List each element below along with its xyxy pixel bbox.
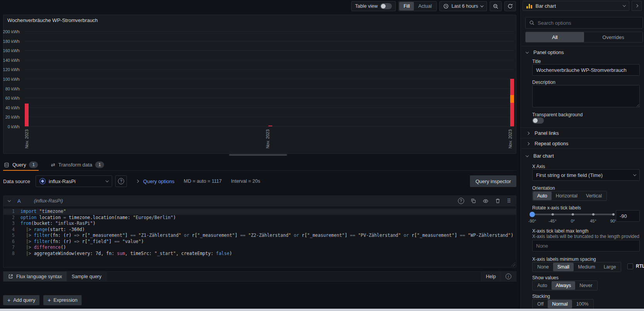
slider-tick-label: 0° — [571, 219, 575, 223]
datasource-picker[interactable]: influx-RasPi — [36, 175, 112, 187]
show-values-option-never[interactable]: Never — [575, 281, 596, 290]
time-range-picker[interactable]: Last 6 hours — [439, 1, 487, 11]
transform-count-badge: 1 — [95, 161, 104, 168]
drag-handle-icon[interactable]: ⠿ — [507, 198, 511, 204]
rtl-checkbox[interactable] — [627, 263, 633, 269]
code-text: option location = timezone.location(name… — [20, 215, 176, 221]
transparent-background-toggle[interactable] — [532, 117, 544, 124]
interval-meta: Interval = 20s — [231, 178, 260, 184]
title-label: Title — [532, 59, 541, 64]
bar[interactable] — [268, 31, 272, 126]
stacking-option-off[interactable]: Off — [533, 300, 548, 308]
code-line-5[interactable]: 5 |> filter(fn: (r) => r["_measurement"]… — [3, 233, 516, 239]
divider — [521, 148, 644, 149]
panel-resize-handle[interactable] — [229, 154, 287, 156]
slider-dot[interactable] — [612, 213, 615, 216]
query-datasource-hint: (influx-RasPi) — [34, 198, 63, 204]
help-button[interactable]: Help — [481, 272, 501, 281]
collapse-options-pane-button[interactable] — [632, 1, 642, 11]
tab-query[interactable]: Query 1 — [3, 159, 39, 170]
line-number: 7 — [3, 245, 20, 251]
datasource-help-button[interactable]: ? — [115, 175, 127, 187]
slider-tick-label: -45° — [548, 219, 556, 223]
y-tick-label: 20 kWh — [5, 115, 20, 119]
flux-code-editor[interactable]: 1import "timezone"2option location = tim… — [3, 206, 516, 267]
code-line-2[interactable]: 2option location = timezone.location(nam… — [3, 215, 516, 221]
visualization-label: Bar chart — [536, 3, 556, 9]
slider-dot[interactable] — [552, 213, 554, 216]
description-textarea[interactable] — [532, 85, 640, 107]
trash-icon[interactable] — [495, 198, 501, 204]
footer-spacer — [106, 272, 481, 281]
code-line-1[interactable]: 1import "timezone" — [3, 209, 516, 215]
bar-chart-options-section[interactable]: Bar chart — [526, 153, 554, 159]
panel-title-input[interactable] — [532, 64, 640, 76]
slider-handle[interactable] — [530, 212, 535, 217]
view-mode-option-actual[interactable]: Actual — [414, 2, 436, 10]
code-text: |> difference() — [20, 245, 66, 251]
options-filter-option-all[interactable]: All — [526, 32, 584, 42]
show-values-option-always[interactable]: Always — [552, 281, 576, 290]
expression-button[interactable]: + Expression — [43, 295, 82, 305]
flux-syntax-link[interactable]: Flux language syntax — [3, 272, 67, 281]
plus-icon: + — [48, 297, 51, 303]
bar[interactable] — [25, 31, 29, 126]
search-icon — [529, 20, 535, 25]
repeat-options-section[interactable]: Repeat options — [527, 141, 568, 146]
add-query-button[interactable]: + Add query — [3, 295, 39, 305]
slider-dot[interactable] — [572, 213, 574, 216]
visualization-picker[interactable]: Bar chart — [523, 1, 629, 11]
options-search-input[interactable] — [538, 20, 639, 26]
tab-transform-data[interactable]: ⇄ Transform data 1 — [50, 159, 105, 170]
query-options-link[interactable]: Query options — [143, 178, 174, 184]
help-icon[interactable]: ? — [458, 198, 464, 204]
zoom-out-button[interactable] — [490, 1, 502, 11]
table-view-group: Table view — [351, 1, 396, 11]
show-values-option-auto[interactable]: Auto — [533, 281, 552, 290]
maxlen-input[interactable] — [532, 240, 640, 252]
query-options-chevron-icon[interactable] — [136, 180, 139, 183]
bar[interactable] — [510, 31, 514, 126]
collapse-query-icon[interactable] — [8, 199, 11, 202]
code-line-3[interactable]: 3from(bucket: "influx-RasPi") — [3, 221, 516, 227]
stacking-option-100[interactable]: 100% — [572, 300, 593, 308]
view-mode-option-fill[interactable]: Fill — [399, 2, 414, 10]
stacking-option-normal[interactable]: Normal — [548, 300, 572, 308]
spacing-option-medium[interactable]: Medium — [574, 263, 599, 271]
panel-options-header: Panel options — [533, 49, 564, 55]
orientation-option-horizontal[interactable]: Horizontal — [552, 192, 582, 200]
y-axis-labels: 0 kWh20 kWh40 kWh60 kWh80 kWh100 kWh120 … — [3, 31, 21, 127]
spacing-option-large[interactable]: Large — [600, 263, 620, 271]
orientation-option-vertical[interactable]: Vertical — [582, 192, 606, 200]
panel-options-section[interactable]: Panel options — [526, 49, 564, 55]
code-text: |> filter(fn: (r) => r["_measurement"] =… — [20, 233, 513, 239]
query-inspector-button[interactable]: Query inspector — [470, 175, 516, 187]
y-tick-label: 60 kWh — [5, 96, 20, 100]
slider-dot[interactable] — [592, 213, 594, 216]
code-line-7[interactable]: 7 |> difference() — [3, 245, 516, 251]
help-label: Help — [486, 274, 496, 279]
spacing-option-none[interactable]: None — [533, 263, 553, 271]
code-line-8[interactable]: 8 |> aggregateWindow(every: 7d, fn: sum,… — [3, 251, 516, 257]
maxlen-description: X-axis labels will be truncated to the l… — [532, 234, 639, 239]
code-line-4[interactable]: 4 |> range(start: -360d) — [3, 227, 516, 233]
datasource-label: Data source — [3, 178, 30, 184]
options-filter-option-overrides[interactable]: Overrides — [584, 32, 642, 42]
info-button[interactable]: i — [501, 272, 516, 281]
bar-segment — [510, 79, 514, 95]
xaxis-field-select[interactable]: First string or time field (Time) — [532, 169, 640, 181]
editor-footer-bar: Flux language syntax Sample query Help i — [3, 271, 516, 282]
eye-icon[interactable] — [483, 198, 489, 204]
panel-links-section[interactable]: Panel links — [527, 130, 559, 136]
chart-panel: Wochenverbräuche WP-Stromverbrauch 0 kWh… — [3, 15, 516, 154]
orientation-option-auto[interactable]: Auto — [533, 192, 552, 200]
rotate-value-input[interactable] — [616, 210, 640, 222]
maxlen-label: X-axis tick label max length — [532, 228, 588, 234]
sample-query-button[interactable]: Sample query — [67, 272, 106, 281]
code-line-6[interactable]: 6 |> filter(fn: (r) => r["_field"] == "v… — [3, 239, 516, 245]
refresh-button[interactable] — [504, 1, 516, 11]
duplicate-icon[interactable] — [471, 198, 476, 204]
table-view-toggle[interactable] — [380, 3, 392, 9]
spacing-option-small[interactable]: Small — [553, 263, 574, 271]
fill-actual-group: FillActual — [398, 1, 437, 11]
